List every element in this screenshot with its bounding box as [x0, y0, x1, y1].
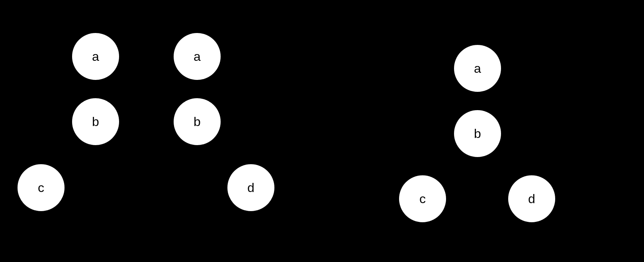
node-label: b [92, 115, 99, 129]
node-label: b [194, 115, 201, 129]
node-label: c [419, 192, 426, 206]
node-label: d [528, 192, 535, 206]
node-label: d [247, 180, 254, 195]
node-label: c [38, 180, 44, 195]
node-label: a [92, 49, 99, 64]
node-a: a [454, 45, 501, 92]
node-b: b [72, 98, 119, 145]
node-label: a [194, 49, 201, 64]
node-a: a [174, 33, 221, 80]
node-d: d [227, 164, 274, 211]
node-d: d [508, 175, 555, 222]
node-label: b [474, 126, 481, 141]
node-b: b [174, 98, 221, 145]
node-a: a [72, 33, 119, 80]
node-b: b [454, 110, 501, 157]
node-c: c [399, 175, 446, 222]
node-label: a [474, 61, 481, 76]
node-c: c [18, 164, 65, 211]
